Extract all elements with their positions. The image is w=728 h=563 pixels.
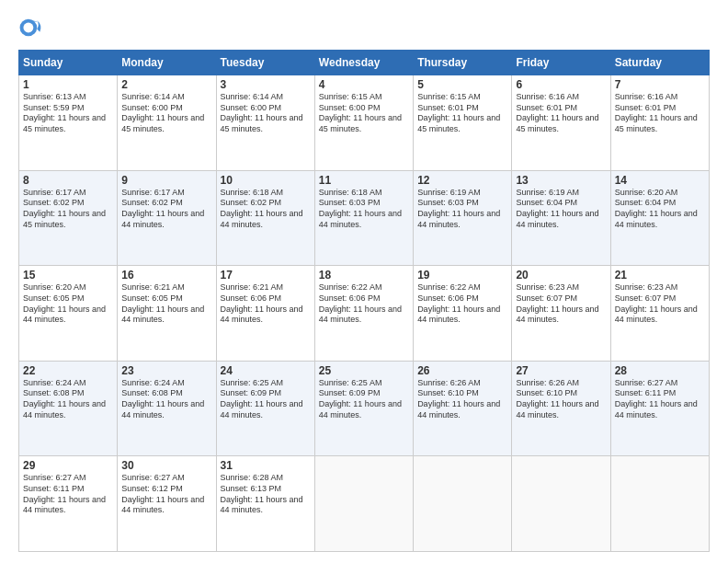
day-number: 23 [121, 364, 211, 377]
calendar-cell: 26 Sunrise: 6:26 AM Sunset: 6:10 PM Dayl… [414, 361, 512, 456]
calendar-cell [414, 456, 512, 552]
day-header-wednesday: Wednesday [314, 51, 413, 75]
day-info: Sunrise: 6:22 AM Sunset: 6:06 PM Dayligh… [319, 282, 409, 326]
day-header-thursday: Thursday [414, 51, 512, 75]
calendar-week-3: 15 Sunrise: 6:20 AM Sunset: 6:05 PM Dayl… [19, 266, 710, 362]
calendar-week-1: 1 Sunrise: 6:13 AM Sunset: 5:59 PM Dayli… [19, 75, 710, 171]
calendar-cell: 7 Sunrise: 6:16 AM Sunset: 6:01 PM Dayli… [610, 75, 709, 171]
calendar-cell: 3 Sunrise: 6:14 AM Sunset: 6:00 PM Dayli… [216, 75, 314, 171]
calendar-cell: 1 Sunrise: 6:13 AM Sunset: 5:59 PM Dayli… [19, 75, 118, 171]
day-info: Sunrise: 6:27 AM Sunset: 6:11 PM Dayligh… [23, 473, 113, 516]
calendar-week-2: 8 Sunrise: 6:17 AM Sunset: 6:02 PM Dayli… [19, 170, 710, 266]
svg-point-1 [23, 23, 33, 33]
day-number: 11 [319, 174, 409, 187]
day-info: Sunrise: 6:14 AM Sunset: 6:00 PM Dayligh… [221, 92, 311, 135]
calendar-cell: 16 Sunrise: 6:21 AM Sunset: 6:05 PM Dayl… [118, 266, 216, 362]
calendar-cell [610, 456, 709, 552]
day-header-monday: Monday [118, 51, 216, 75]
calendar-cell: 20 Sunrise: 6:23 AM Sunset: 6:07 PM Dayl… [512, 266, 610, 362]
calendar-cell: 31 Sunrise: 6:28 AM Sunset: 6:13 PM Dayl… [216, 456, 314, 552]
calendar-cell: 14 Sunrise: 6:20 AM Sunset: 6:04 PM Dayl… [610, 170, 709, 266]
calendar-cell: 25 Sunrise: 6:25 AM Sunset: 6:09 PM Dayl… [314, 361, 413, 456]
header [18, 15, 710, 40]
calendar-cell: 18 Sunrise: 6:22 AM Sunset: 6:06 PM Dayl… [314, 266, 413, 362]
calendar-cell: 4 Sunrise: 6:15 AM Sunset: 6:00 PM Dayli… [314, 75, 413, 171]
day-number: 8 [23, 174, 113, 187]
day-info: Sunrise: 6:19 AM Sunset: 6:04 PM Dayligh… [516, 188, 606, 231]
calendar-cell: 8 Sunrise: 6:17 AM Sunset: 6:02 PM Dayli… [19, 170, 118, 266]
calendar-cell: 6 Sunrise: 6:16 AM Sunset: 6:01 PM Dayli… [512, 75, 610, 171]
day-number: 22 [23, 364, 113, 377]
day-number: 14 [615, 174, 705, 187]
day-info: Sunrise: 6:22 AM Sunset: 6:06 PM Dayligh… [417, 282, 507, 326]
day-number: 29 [23, 459, 113, 472]
day-header-friday: Friday [512, 51, 610, 75]
day-info: Sunrise: 6:20 AM Sunset: 6:05 PM Dayligh… [23, 282, 113, 326]
day-number: 9 [121, 174, 211, 187]
day-number: 18 [319, 269, 409, 282]
day-info: Sunrise: 6:17 AM Sunset: 6:02 PM Dayligh… [121, 188, 211, 231]
day-number: 21 [615, 269, 705, 282]
day-number: 2 [121, 78, 211, 91]
day-number: 5 [417, 78, 507, 91]
day-header-saturday: Saturday [610, 51, 709, 75]
day-number: 16 [121, 269, 211, 282]
day-number: 31 [221, 459, 311, 472]
day-info: Sunrise: 6:14 AM Sunset: 6:00 PM Dayligh… [121, 92, 211, 135]
calendar-cell: 2 Sunrise: 6:14 AM Sunset: 6:00 PM Dayli… [118, 75, 216, 171]
day-number: 1 [23, 78, 113, 91]
calendar-cell: 13 Sunrise: 6:19 AM Sunset: 6:04 PM Dayl… [512, 170, 610, 266]
day-info: Sunrise: 6:17 AM Sunset: 6:02 PM Dayligh… [23, 188, 113, 231]
day-header-sunday: Sunday [19, 51, 118, 75]
day-number: 20 [516, 269, 606, 282]
calendar-cell [512, 456, 610, 552]
day-number: 3 [221, 78, 311, 91]
day-number: 12 [417, 174, 507, 187]
day-info: Sunrise: 6:27 AM Sunset: 6:12 PM Dayligh… [121, 473, 211, 516]
calendar-cell: 9 Sunrise: 6:17 AM Sunset: 6:02 PM Dayli… [118, 170, 216, 266]
day-info: Sunrise: 6:15 AM Sunset: 6:01 PM Dayligh… [417, 92, 507, 135]
day-info: Sunrise: 6:18 AM Sunset: 6:03 PM Dayligh… [319, 188, 409, 231]
day-number: 28 [615, 364, 705, 377]
day-info: Sunrise: 6:16 AM Sunset: 6:01 PM Dayligh… [615, 92, 705, 135]
day-info: Sunrise: 6:28 AM Sunset: 6:13 PM Dayligh… [221, 473, 311, 516]
day-info: Sunrise: 6:21 AM Sunset: 6:06 PM Dayligh… [221, 282, 311, 326]
day-info: Sunrise: 6:18 AM Sunset: 6:02 PM Dayligh… [221, 188, 311, 231]
day-number: 10 [221, 174, 311, 187]
calendar-week-5: 29 Sunrise: 6:27 AM Sunset: 6:11 PM Dayl… [19, 456, 710, 552]
day-info: Sunrise: 6:15 AM Sunset: 6:00 PM Dayligh… [319, 92, 409, 135]
calendar-cell: 21 Sunrise: 6:23 AM Sunset: 6:07 PM Dayl… [610, 266, 709, 362]
day-number: 25 [319, 364, 409, 377]
logo-icon [18, 15, 44, 40]
calendar-cell: 27 Sunrise: 6:26 AM Sunset: 6:10 PM Dayl… [512, 361, 610, 456]
day-info: Sunrise: 6:13 AM Sunset: 5:59 PM Dayligh… [23, 92, 113, 135]
day-info: Sunrise: 6:26 AM Sunset: 6:10 PM Dayligh… [516, 378, 606, 421]
calendar-cell: 12 Sunrise: 6:19 AM Sunset: 6:03 PM Dayl… [414, 170, 512, 266]
day-info: Sunrise: 6:19 AM Sunset: 6:03 PM Dayligh… [417, 188, 507, 231]
calendar-table: SundayMondayTuesdayWednesdayThursdayFrid… [18, 50, 710, 552]
logo [18, 15, 50, 40]
calendar-cell: 5 Sunrise: 6:15 AM Sunset: 6:01 PM Dayli… [414, 75, 512, 171]
day-info: Sunrise: 6:26 AM Sunset: 6:10 PM Dayligh… [417, 378, 507, 421]
calendar-cell: 17 Sunrise: 6:21 AM Sunset: 6:06 PM Dayl… [216, 266, 314, 362]
day-number: 15 [23, 269, 113, 282]
calendar-cell: 15 Sunrise: 6:20 AM Sunset: 6:05 PM Dayl… [19, 266, 118, 362]
day-number: 24 [221, 364, 311, 377]
calendar-header-row: SundayMondayTuesdayWednesdayThursdayFrid… [19, 51, 710, 75]
day-info: Sunrise: 6:20 AM Sunset: 6:04 PM Dayligh… [615, 188, 705, 231]
day-number: 4 [319, 78, 409, 91]
day-number: 30 [121, 459, 211, 472]
day-number: 7 [615, 78, 705, 91]
page: SundayMondayTuesdayWednesdayThursdayFrid… [0, 0, 728, 563]
day-number: 13 [516, 174, 606, 187]
day-info: Sunrise: 6:25 AM Sunset: 6:09 PM Dayligh… [221, 378, 311, 421]
calendar-cell: 28 Sunrise: 6:27 AM Sunset: 6:11 PM Dayl… [610, 361, 709, 456]
day-number: 19 [417, 269, 507, 282]
calendar-cell: 29 Sunrise: 6:27 AM Sunset: 6:11 PM Dayl… [19, 456, 118, 552]
calendar-cell [314, 456, 413, 552]
day-info: Sunrise: 6:23 AM Sunset: 6:07 PM Dayligh… [615, 282, 705, 326]
day-number: 17 [221, 269, 311, 282]
calendar-cell: 24 Sunrise: 6:25 AM Sunset: 6:09 PM Dayl… [216, 361, 314, 456]
day-number: 6 [516, 78, 606, 91]
day-header-tuesday: Tuesday [216, 51, 314, 75]
